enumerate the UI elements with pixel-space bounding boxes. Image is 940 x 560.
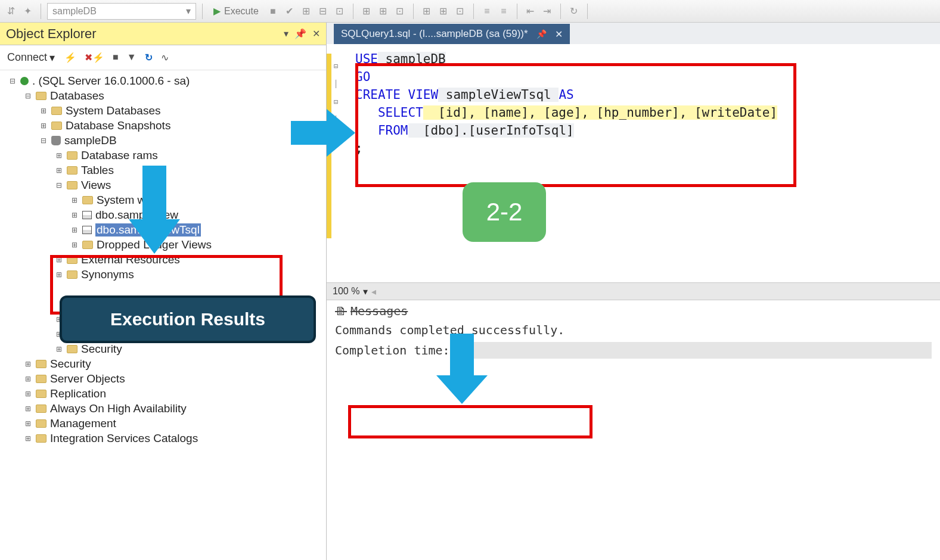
refresh-icon[interactable]: ↻ [145,52,153,63]
tb-misc-4[interactable]: ⊞ [359,4,374,18]
annotation-step-badge: 2-2 [463,182,546,242]
tree-integration[interactable]: ⊞Integration Services Catalogs [24,432,326,445]
chevron-down-icon: ▾ [186,5,191,17]
tree-database-snapshots[interactable]: ⊞Database Snapshots [39,119,326,132]
tb-misc-9[interactable]: ⊡ [453,4,467,18]
tree-views[interactable]: ⊟Views [55,179,326,192]
dropdown-icon[interactable]: ▾ [284,28,288,39]
object-explorer-toolbar: Connect ▾ ⚡ ✖⚡ ■ ▼ ↻ ∿ [0,45,326,70]
tree-management[interactable]: ⊞Management [24,417,326,430]
editor-tab-label: SQLQuery1.sql - (l....sampleDB (sa (59))… [341,28,528,40]
tree-synonyms[interactable]: ⊞Synonyms [55,268,326,281]
tree-server-objects[interactable]: ⊞Server Objects [24,372,326,385]
pin-icon[interactable]: 📌 [294,28,306,39]
database-select[interactable]: sampleDB ▾ [47,3,196,20]
object-explorer-header: Object Explorer ▾ 📌 ✕ [0,23,326,45]
sql-editor[interactable]: ⊟│⊟│ USE sampleDB GO CREATE VIEW sampleV… [327,44,940,163]
tree-dropped-ledger-views[interactable]: ⊞Dropped Ledger Views [70,238,326,251]
messages-icon: 🗎 [335,304,347,318]
tree-system-views[interactable]: ⊞System ws [70,194,326,207]
tb-misc-5[interactable]: ⊞ [376,4,390,18]
connect-dropdown[interactable]: Connect ▾ [7,51,55,64]
connect-icon[interactable]: ⚡ [64,52,76,63]
tb-misc-3[interactable]: ⊡ [333,4,347,18]
close-icon[interactable]: ✕ [555,29,563,40]
completion-time-value [454,342,932,359]
tb-comment-1[interactable]: ⇤ [523,4,538,18]
editor-tabbar: SQLQuery1.sql - (l....sampleDB (sa (59))… [327,23,940,44]
messages-output: Commands completed successfully. [335,323,932,337]
view-icon [82,226,92,234]
parse-button[interactable]: ✔ [283,4,297,18]
stop-square-icon[interactable]: ■ [113,52,119,63]
tb-indent-1[interactable]: ≡ [480,4,494,18]
tree-tables[interactable]: ⊞Tables [55,164,326,177]
annotation-execution-results: Execution Results [60,295,316,343]
tree-replication[interactable]: ⊞Replication [24,387,326,400]
activity-icon[interactable]: ∿ [161,52,169,63]
tree-server[interactable]: ⊟. (SQL Server 16.0.1000.6 - sa) [8,74,326,88]
completion-time-row: Completion time: [335,342,932,359]
tree-external-resources[interactable]: ⊞External Resources [55,253,326,266]
tree-security-inner[interactable]: ⊞Security [55,343,326,356]
database-icon [51,136,61,145]
connect-label: Connect [7,51,47,64]
object-explorer-pane: Object Explorer ▾ 📌 ✕ Connect ▾ ⚡ ✖⚡ ■ ▼… [0,23,327,560]
pin-icon[interactable]: 📌 [536,29,547,39]
execute-label: Execute [224,6,259,17]
tb-misc-6[interactable]: ⊡ [393,4,407,18]
disconnect-icon[interactable]: ✖⚡ [85,52,104,63]
tool-btn-1[interactable]: ⇵ [4,4,18,18]
execute-button[interactable]: ▶ Execute [209,5,263,17]
play-icon: ▶ [213,5,221,17]
tree-sampledb[interactable]: ⊟sampleDB [39,134,326,147]
tb-misc-8[interactable]: ⊞ [436,4,451,18]
tb-misc-10[interactable]: ↻ [567,4,581,18]
tree-databases[interactable]: ⊟Databases [24,89,326,102]
server-icon [20,77,29,85]
tb-comment-2[interactable]: ⇥ [540,4,554,18]
fold-gutter[interactable]: ⊟│⊟│ [334,57,342,164]
tb-misc-7[interactable]: ⊞ [420,4,434,18]
zoom-bar: 100 % ▾ ◂ [327,282,940,300]
tree-view-sampleviewtsql[interactable]: ⊞dbo.sampleViewTsql [70,223,326,237]
close-icon[interactable]: ✕ [312,28,320,39]
tree-always-on[interactable]: ⊞Always On High Availability [24,402,326,415]
messages-tab[interactable]: 🗎 Messages [335,304,932,318]
tb-misc-1[interactable]: ⊞ [299,4,314,18]
tree-database-diagrams[interactable]: ⊞Database rams [55,149,326,162]
main-toolbar: ⇵ ✦ sampleDB ▾ ▶ Execute ■ ✔ ⊞ ⊟ ⊡ ⊞ ⊞ ⊡… [0,0,940,23]
stop-button[interactable]: ■ [266,4,280,18]
folder-icon [36,92,46,100]
editor-pane: SQLQuery1.sql - (l....sampleDB (sa (59))… [327,23,940,560]
tree-security[interactable]: ⊞Security [24,357,326,371]
tb-indent-2[interactable]: ≡ [497,4,511,18]
change-marker [327,54,331,238]
tb-misc-2[interactable]: ⊟ [316,4,330,18]
zoom-dropdown[interactable]: ▾ [363,286,368,297]
view-icon [82,211,92,219]
messages-panel: 🗎 Messages Commands completed successful… [327,300,940,362]
tree-system-databases[interactable]: ⊞System Databases [39,104,326,117]
filter-icon[interactable]: ▼ [127,52,136,63]
chevron-down-icon: ▾ [49,51,55,64]
editor-tab[interactable]: SQLQuery1.sql - (l....sampleDB (sa (59))… [334,24,570,44]
tool-btn-2[interactable]: ✦ [20,4,35,18]
sql-code[interactable]: USE sampleDB GO CREATE VIEW sampleViewTs… [355,50,932,157]
zoom-value: 100 % [333,286,359,297]
database-select-value: sampleDB [52,6,97,17]
completion-time-label: Completion time: [335,343,450,357]
tree-view-sampleview[interactable]: ⊞dbo.sampleView [70,209,326,222]
object-explorer-title: Object Explorer [6,26,97,42]
